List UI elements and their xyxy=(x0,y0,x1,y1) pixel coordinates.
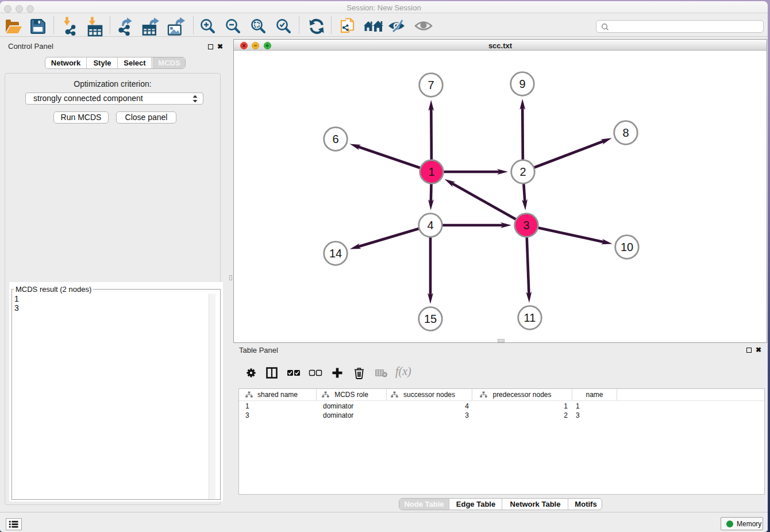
svg-text:15: 15 xyxy=(424,313,437,325)
svg-text:14: 14 xyxy=(329,247,342,260)
svg-text:10: 10 xyxy=(621,241,633,253)
svg-text:9: 9 xyxy=(519,78,525,90)
svg-text:7: 7 xyxy=(428,79,434,91)
svg-text:2: 2 xyxy=(519,165,526,178)
svg-text:11: 11 xyxy=(524,311,536,324)
svg-text:4: 4 xyxy=(427,219,433,232)
svg-text:3: 3 xyxy=(523,219,529,232)
svg-text:8: 8 xyxy=(622,126,629,139)
svg-text:1: 1 xyxy=(428,165,434,178)
svg-text:6: 6 xyxy=(332,133,338,145)
